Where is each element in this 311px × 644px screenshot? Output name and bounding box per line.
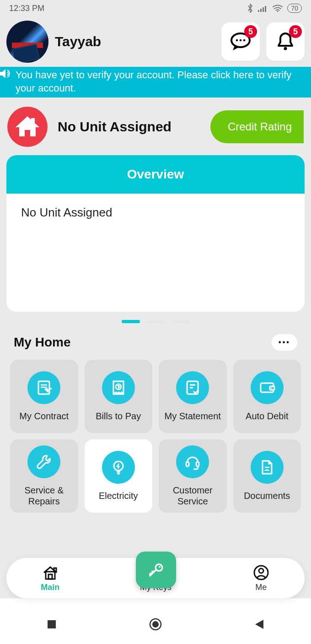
nav-back[interactable]	[252, 617, 266, 631]
svg-rect-2	[263, 7, 264, 12]
username-label: Tayyab	[55, 34, 101, 49]
tile-label: Documents	[244, 490, 290, 501]
tile-label: Auto Debit	[246, 411, 288, 422]
status-right: 70	[247, 4, 302, 13]
bluetooth-icon	[247, 4, 253, 13]
tab-main-label: Main	[41, 583, 59, 592]
wallet-icon	[251, 371, 284, 404]
tile-label: My Statement	[165, 411, 221, 422]
svg-rect-10	[31, 118, 35, 123]
android-nav-bar	[0, 605, 311, 644]
carousel-dot-2[interactable]	[146, 320, 165, 323]
svg-rect-23	[54, 568, 56, 572]
tab-me-label: Me	[255, 583, 267, 592]
svg-point-8	[243, 39, 246, 42]
statement-icon	[176, 371, 209, 404]
bottom-white-strip	[0, 598, 311, 605]
headset-icon	[176, 445, 209, 478]
tile-bills-to-pay[interactable]: Bills to Pay	[85, 360, 153, 433]
verify-banner-text: You have yet to verify your account. Ple…	[16, 69, 291, 94]
avatar[interactable]	[6, 21, 48, 63]
verify-account-banner[interactable]: You have yet to verify your account. Ple…	[0, 67, 311, 97]
more-button[interactable]: •••	[272, 334, 297, 351]
overview-card: Overview No Unit Assigned	[6, 155, 305, 312]
battery-indicator: 70	[287, 4, 302, 13]
svg-rect-3	[265, 6, 266, 12]
document-icon	[251, 451, 284, 484]
nav-recent[interactable]	[45, 617, 59, 631]
key-fab[interactable]	[136, 552, 176, 588]
svg-point-24	[156, 564, 162, 571]
svg-point-9	[284, 47, 287, 50]
contract-icon	[27, 371, 60, 404]
tile-label: My Contract	[19, 411, 69, 422]
svg-rect-19	[186, 462, 189, 466]
app-header: Tayyab 5 5	[0, 16, 311, 67]
unit-row: No Unit Assigned Credit Rating	[0, 97, 311, 155]
tile-label: Electricity	[99, 490, 138, 501]
svg-point-4	[277, 11, 279, 12]
wifi-icon	[273, 5, 283, 12]
tile-label: Service & Repairs	[13, 485, 75, 507]
nav-home[interactable]	[149, 617, 162, 631]
home-icon	[7, 107, 48, 147]
unit-title: No Unit Assigned	[58, 119, 172, 135]
svg-point-6	[236, 39, 238, 42]
signal-icon	[258, 5, 268, 12]
svg-rect-21	[46, 572, 55, 579]
overview-body: No Unit Assigned	[6, 194, 305, 312]
credit-rating-button[interactable]: Credit Rating	[210, 110, 304, 143]
tile-my-statement[interactable]: My Statement	[159, 360, 227, 433]
tile-my-contract[interactable]: My Contract	[10, 360, 78, 433]
tile-service-repairs[interactable]: Service & Repairs	[10, 439, 78, 513]
svg-rect-1	[260, 9, 262, 12]
key-icon	[147, 562, 165, 578]
svg-rect-0	[258, 10, 259, 12]
tile-label: Bills to Pay	[96, 411, 141, 422]
my-home-title: My Home	[14, 335, 70, 350]
notifications-button[interactable]: 5	[266, 22, 305, 61]
notifications-badge: 5	[289, 25, 302, 38]
status-time: 12:33 PM	[9, 4, 44, 13]
svg-point-25	[159, 566, 161, 568]
tile-auto-debit[interactable]: Auto Debit	[233, 360, 301, 433]
my-home-header: My Home •••	[0, 334, 311, 351]
svg-rect-22	[48, 574, 52, 579]
svg-point-7	[240, 39, 242, 42]
home-grid: My Contract Bills to Pay My Statement Au…	[0, 351, 311, 513]
chat-badge: 5	[244, 25, 257, 38]
tile-customer-service[interactable]: Customer Service	[159, 439, 227, 513]
bulb-icon	[102, 451, 135, 484]
tab-bar: Main My Keys Me	[6, 558, 305, 598]
tab-keys[interactable]: My Keys	[129, 564, 183, 592]
carousel-indicator	[0, 320, 311, 323]
svg-point-27	[259, 568, 263, 573]
speaker-icon	[0, 69, 15, 79]
carousel-dot-3[interactable]	[171, 320, 189, 323]
svg-rect-20	[196, 462, 199, 466]
svg-point-30	[152, 621, 159, 628]
bills-icon	[102, 371, 135, 404]
svg-point-17	[271, 388, 272, 389]
svg-rect-28	[48, 620, 56, 628]
carousel-dot-1[interactable]	[122, 320, 140, 323]
tab-main[interactable]: Main	[41, 564, 59, 592]
tab-me[interactable]: Me	[252, 564, 270, 592]
status-bar: 12:33 PM 70	[0, 0, 311, 16]
tile-electricity[interactable]: Electricity	[85, 439, 153, 513]
tile-documents[interactable]: Documents	[233, 439, 301, 513]
wrench-icon	[27, 445, 60, 478]
tile-label: Customer Service	[161, 485, 224, 507]
overview-header: Overview	[6, 155, 305, 194]
chat-button[interactable]: 5	[221, 22, 260, 61]
